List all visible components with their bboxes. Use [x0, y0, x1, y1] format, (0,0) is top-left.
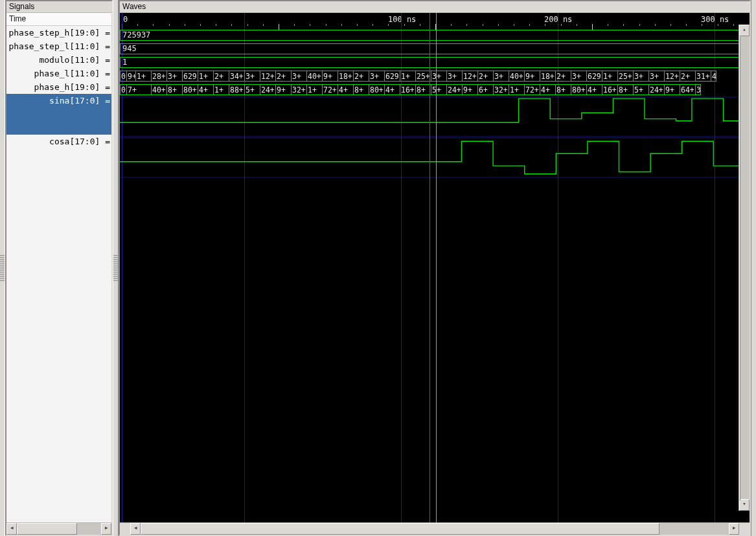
- bus-segment-value: 2+: [276, 72, 286, 81]
- wave-track-seq[interactable]: 09+1+28+3+6291+2+34+3+12+2+3+40+9+18+2+3…: [120, 69, 750, 83]
- axis-label: 0: [123, 15, 128, 24]
- tick-minor: [466, 24, 467, 26]
- signal-row[interactable]: cosa[17:0] =: [6, 135, 111, 175]
- wave-track-bus[interactable]: 1: [120, 56, 750, 69]
- bus-segment-value: 1+: [136, 72, 146, 81]
- bus-segment: 4: [711, 71, 716, 82]
- waves-hscrollbar[interactable]: ◂ ▸: [120, 522, 750, 535]
- bus-segment-value: 2+: [478, 72, 488, 81]
- bus-segment: 32+: [291, 84, 307, 95]
- bus-segment-value: 2+: [354, 72, 363, 81]
- waves-canvas[interactable]: 0100 ns200 ns300 ns 725937945109+1+28+3+…: [120, 13, 750, 522]
- bus-segment: 9+: [524, 71, 540, 82]
- bus-segment-value: 9+: [276, 85, 286, 95]
- tick-minor: [137, 24, 138, 26]
- wave-track-analog[interactable]: [120, 137, 750, 178]
- bus-segment-value: 24+: [260, 85, 275, 95]
- scroll-right-icon[interactable]: ▸: [101, 523, 111, 535]
- bus-segment-value: 72+: [525, 85, 539, 95]
- bus-segment-value: 2+: [556, 72, 566, 81]
- scroll-track[interactable]: [17, 523, 101, 535]
- bus-segment: 3+: [244, 71, 260, 82]
- scroll-thumb[interactable]: [17, 523, 77, 535]
- scroll-thumb[interactable]: [141, 523, 659, 535]
- bus-segment: 5+: [244, 84, 260, 95]
- bus-segment-value: 12+: [260, 72, 275, 81]
- bus-segment-value: 34+: [229, 72, 244, 81]
- bus-segment-value: 4+: [540, 85, 550, 95]
- bus-segment: 8+: [166, 84, 183, 95]
- bus-segment: 1+: [602, 71, 618, 82]
- signal-row[interactable]: phase_step_l[11:0] =: [6, 39, 111, 53]
- signals-hscrollbar[interactable]: ◂ ▸: [6, 522, 111, 535]
- bus-segment-value: 1+: [307, 85, 317, 95]
- bus-segment-value: 8+: [556, 85, 566, 95]
- signal-row[interactable]: phase_h[19:0] =: [6, 80, 111, 94]
- signals-list[interactable]: Time phase_step_h[19:0] =phase_step_l[11…: [6, 13, 111, 522]
- signal-row[interactable]: modulo[11:0] =: [6, 53, 111, 67]
- bus-segment-value: 4+: [385, 85, 395, 95]
- marker-primary[interactable]: [430, 13, 430, 522]
- time-header-row[interactable]: Time: [6, 13, 111, 26]
- marker-secondary[interactable]: [436, 13, 437, 522]
- scroll-thumb[interactable]: [739, 36, 740, 500]
- bus-segment-value: 4+: [587, 85, 597, 95]
- bus-segment: 80+: [571, 84, 587, 95]
- bus-segment-value: 1+: [602, 72, 612, 81]
- bus-segment: 8+: [555, 84, 571, 95]
- tick-minor: [388, 24, 389, 26]
- bus-segment-value: 72+: [323, 85, 337, 95]
- bus-segment-value: 32+: [292, 85, 306, 95]
- bus-segment: 4+: [540, 84, 556, 95]
- wave-track-bus[interactable]: 945: [120, 42, 750, 56]
- bus-segment-value: 18+: [338, 72, 352, 81]
- wave-track-bus[interactable]: 725937: [120, 28, 750, 42]
- bus-value: 1: [122, 58, 127, 67]
- bus-segment: 6+: [477, 84, 494, 95]
- bus-segment: 2+: [680, 71, 696, 82]
- scroll-track[interactable]: [141, 523, 729, 535]
- bus-segment-value: 4+: [198, 85, 208, 95]
- panel-splitter[interactable]: [113, 0, 119, 536]
- bus-segment: 9+: [462, 84, 478, 95]
- signal-row[interactable]: phase_l[11:0] =: [6, 67, 111, 80]
- bus-value: 725937: [122, 30, 150, 39]
- scroll-down-icon[interactable]: ▾: [739, 499, 750, 511]
- bus-segment-value: 25+: [416, 72, 430, 81]
- bus-segment: 2+: [353, 71, 369, 82]
- tick-minor: [639, 24, 640, 26]
- bus-segment: 28+: [151, 71, 167, 82]
- scroll-up-icon[interactable]: ▴: [739, 25, 750, 36]
- bus-segment: 80+: [369, 84, 385, 95]
- bus-segment-value: 40+: [307, 72, 321, 81]
- bus-segment-value: 80+: [369, 85, 384, 95]
- scroll-left-icon[interactable]: ◂: [130, 523, 141, 535]
- bus-segment: 3+: [633, 71, 649, 82]
- bus-segment: 64+: [680, 84, 696, 95]
- bus-segment: 34+: [229, 71, 245, 82]
- wave-track-analog[interactable]: [120, 96, 750, 137]
- signal-row[interactable]: sina[17:0] =: [6, 94, 111, 135]
- scroll-corner: [739, 523, 750, 533]
- bus-segment: 2+: [555, 71, 571, 82]
- bus-segment: 16+: [400, 84, 416, 95]
- bus-segment: 24+: [260, 84, 276, 95]
- scroll-track[interactable]: [739, 36, 750, 499]
- grip-icon: [0, 255, 5, 281]
- sina-waveform: [120, 96, 750, 137]
- signal-row[interactable]: phase_step_h[19:0] =: [6, 26, 111, 39]
- bus-segment-value: 5+: [245, 85, 255, 95]
- scroll-right-icon[interactable]: ▸: [729, 523, 739, 535]
- bus-segment: 4+: [198, 84, 214, 95]
- waves-vscrollbar[interactable]: ▴ ▾: [739, 25, 750, 511]
- bus-segment-value: 0: [120, 85, 126, 95]
- bus-segment: 32+: [493, 84, 509, 95]
- tick-minor: [231, 24, 232, 26]
- bus-segment-value: 80+: [183, 85, 197, 95]
- bus-segment-value: 3: [696, 85, 701, 95]
- axis-label: 100 ns: [388, 15, 416, 24]
- wave-track-seq[interactable]: 07+40+8+80+4+1+88+5+24+9+32+1+72+4+8+80+…: [120, 83, 750, 96]
- scroll-left-icon[interactable]: ◂: [6, 523, 17, 535]
- bus-segment: 3+: [291, 71, 307, 82]
- tick-minor: [451, 24, 452, 26]
